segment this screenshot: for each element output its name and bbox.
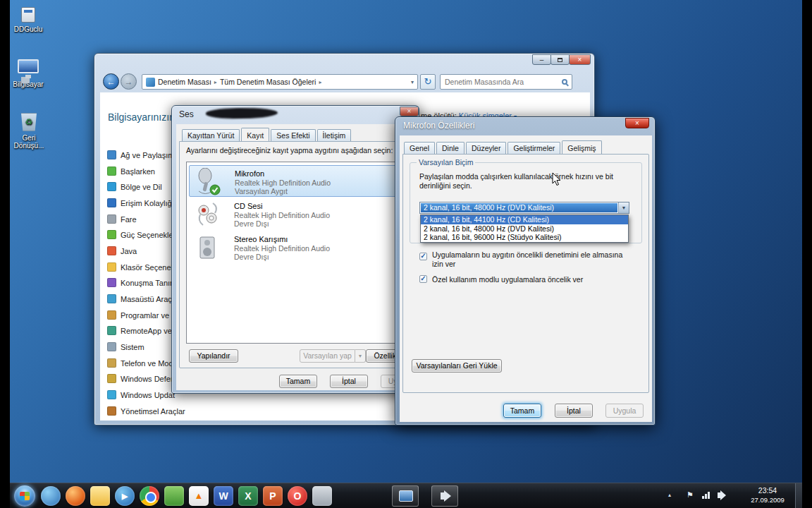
close-button[interactable]: ×: [400, 107, 419, 116]
cancel-button[interactable]: İptal: [330, 375, 368, 388]
set-default-dropdown-icon[interactable]: ▼: [355, 349, 366, 363]
cp-item-speech[interactable]: Konuşma Tanıma: [107, 278, 180, 287]
format-dropdown-list[interactable]: 2 kanal, 16 bit, 44100 Hz (CD Kalitesi) …: [420, 214, 629, 243]
exclusive-control-label: Uygulamaların bu aygıtın öncelikli denet…: [432, 250, 635, 269]
restore-defaults-button[interactable]: Varsayılanları Geri Yükle: [412, 359, 502, 373]
cp-item-admin-tools[interactable]: Yönetimsel Araçlar: [107, 406, 185, 416]
dropdown-option[interactable]: 2 kanal, 16 bit, 48000 Hz (DVD Kalitesi): [421, 224, 628, 234]
priority-checkbox[interactable]: ✓: [419, 275, 427, 283]
exclusive-control-checkbox[interactable]: ✓: [419, 253, 427, 260]
desktop-icon-recycle-bin[interactable]: Geri Dönüşü...: [6, 113, 52, 150]
address-bar[interactable]: Denetim Masası ▸ Tüm Denetim Masası Öğel…: [142, 74, 418, 90]
device-detail: Realtek High Definition Audio: [234, 244, 330, 253]
cp-item-power[interactable]: Güç Seçenekleri: [107, 230, 178, 239]
taskbar-open-window-sound[interactable]: [431, 485, 458, 507]
gray-app-icon[interactable]: [312, 486, 332, 506]
cancel-button[interactable]: İptal: [555, 404, 593, 418]
cp-item-programs[interactable]: Programlar ve: [107, 310, 169, 320]
tab-recording[interactable]: Kayıt: [241, 128, 269, 141]
breadcrumb-root[interactable]: Denetim Masası: [158, 78, 211, 86]
network-tray-icon[interactable]: [702, 492, 710, 499]
refresh-button[interactable]: ↻: [420, 74, 436, 90]
show-desktop-button[interactable]: [795, 483, 802, 508]
set-default-button[interactable]: Varsayılan yap: [300, 349, 355, 363]
tab-enhancements[interactable]: Geliştirmeler: [508, 142, 560, 154]
device-list[interactable]: Mikrofon Realtek High Definition Audio V…: [186, 162, 406, 344]
cp-item-getting-started[interactable]: Başlarken: [107, 167, 155, 176]
cp-item-java[interactable]: Java: [107, 246, 137, 255]
speech-recognition-icon: [107, 278, 116, 287]
tab-sound-effects[interactable]: Ses Efekti: [271, 129, 315, 141]
volume-tray-icon[interactable]: [718, 492, 722, 498]
tab-listen[interactable]: Dinle: [436, 142, 465, 154]
cp-item-remoteapp[interactable]: RemoteApp ve: [107, 326, 172, 335]
tray-expand-icon[interactable]: ▴: [668, 492, 671, 498]
device-row-microphone[interactable]: Mikrofon Realtek High Definition Audio V…: [189, 165, 403, 197]
cp-item-system[interactable]: Sistem: [107, 342, 144, 351]
icon-glyph: W: [219, 490, 228, 502]
mouse-cursor: [552, 172, 561, 186]
action-center-flag-icon[interactable]: ⚑: [687, 490, 694, 500]
search-input[interactable]: [445, 78, 562, 86]
start-button[interactable]: [14, 485, 35, 507]
close-button[interactable]: ×: [625, 118, 649, 128]
cp-item-label: Bölge ve Dil: [121, 183, 162, 191]
clock-date: 27.09.2009: [744, 495, 791, 504]
cp-item-network[interactable]: Ağ ve Paylaşım: [107, 150, 174, 159]
maximize-button[interactable]: [550, 54, 570, 65]
tab-levels[interactable]: Düzeyler: [466, 142, 506, 154]
dropdown-option[interactable]: 2 kanal, 16 bit, 96000 Hz (Stüdyo Kalite…: [421, 233, 628, 242]
cp-item-defender[interactable]: Windows Defen: [107, 374, 175, 383]
ok-button[interactable]: Tamam: [503, 404, 541, 418]
ok-button[interactable]: Tamam: [279, 375, 317, 388]
vlc-icon[interactable]: ▲: [189, 486, 209, 506]
combobox-arrow-icon[interactable]: ▼: [618, 202, 629, 213]
set-default-split-button[interactable]: Varsayılan yap ▼: [300, 349, 366, 363]
powerpoint-icon[interactable]: P: [263, 486, 283, 506]
taskbar: ▶ ▲ W X P O ▴ ⚑ 23:54 27.09.2009: [10, 483, 802, 508]
tab-advanced[interactable]: Gelişmiş: [562, 140, 601, 154]
desktop-icon-label: Bilgisayar: [6, 80, 51, 88]
apply-button[interactable]: Uygula: [605, 404, 644, 418]
getting-started-icon: [107, 167, 116, 176]
media-player-icon[interactable]: ▶: [115, 486, 135, 506]
clock-time: 23:54: [744, 486, 791, 495]
firefox-icon[interactable]: [66, 486, 85, 506]
desktop-icon-bilgisayar[interactable]: Bilgisayar: [6, 59, 51, 88]
chrome-icon[interactable]: [140, 486, 159, 506]
tab-communications[interactable]: İletişim: [317, 129, 352, 141]
taskbar-clock[interactable]: 23:54 27.09.2009: [744, 486, 791, 504]
address-dropdown-icon[interactable]: ▾: [411, 79, 414, 85]
desktop-icon-ddguclu[interactable]: DDGuclu: [6, 7, 51, 33]
device-row-stereo-mix[interactable]: Stereo Karışımı Realtek High Definition …: [189, 231, 403, 263]
forward-button[interactable]: →: [121, 73, 137, 90]
configure-button[interactable]: Yapılandır: [189, 349, 238, 363]
close-button[interactable]: ×: [569, 54, 591, 65]
explorer-folder-icon[interactable]: [90, 486, 110, 506]
minimize-button[interactable]: –: [532, 54, 551, 65]
tab-general[interactable]: Genel: [404, 142, 435, 154]
search-box[interactable]: [440, 74, 572, 90]
cp-item-phone-modem[interactable]: Telefon ve Mod: [107, 358, 173, 368]
messenger-icon[interactable]: [41, 486, 61, 506]
cp-item-label: Fare: [121, 215, 137, 224]
cp-item-mouse[interactable]: Fare: [107, 214, 137, 224]
windows-flag-icon: [20, 492, 30, 500]
taskbar-open-window-control-panel[interactable]: [392, 485, 419, 507]
cp-item-ease-of-access[interactable]: Erişim Kolaylığı: [107, 198, 174, 207]
back-button[interactable]: ←: [103, 73, 119, 90]
word-icon[interactable]: W: [214, 486, 233, 506]
excel-icon[interactable]: X: [238, 486, 258, 506]
cp-item-update[interactable]: Windows Updat: [107, 390, 175, 399]
icon-glyph: ▲: [195, 490, 204, 501]
cp-item-region[interactable]: Bölge ve Dil: [107, 182, 162, 191]
tab-playback[interactable]: Kayıttan Yürüt: [182, 129, 240, 141]
dropdown-option[interactable]: 2 kanal, 16 bit, 44100 Hz (CD Kalitesi): [421, 215, 628, 224]
programs-features-icon: [107, 310, 116, 320]
breadcrumb-page[interactable]: Tüm Denetim Masası Öğeleri: [220, 78, 316, 86]
opera-icon[interactable]: O: [288, 486, 307, 506]
format-combobox[interactable]: 2 kanal, 16 bit, 48000 Hz (DVD Kalitesi)…: [419, 202, 629, 214]
group-title: Varsayılan Biçim: [417, 158, 475, 167]
green-app-icon[interactable]: [164, 486, 184, 506]
device-row-cd-audio[interactable]: CD Sesi Realtek High Definition Audio De…: [189, 198, 403, 230]
